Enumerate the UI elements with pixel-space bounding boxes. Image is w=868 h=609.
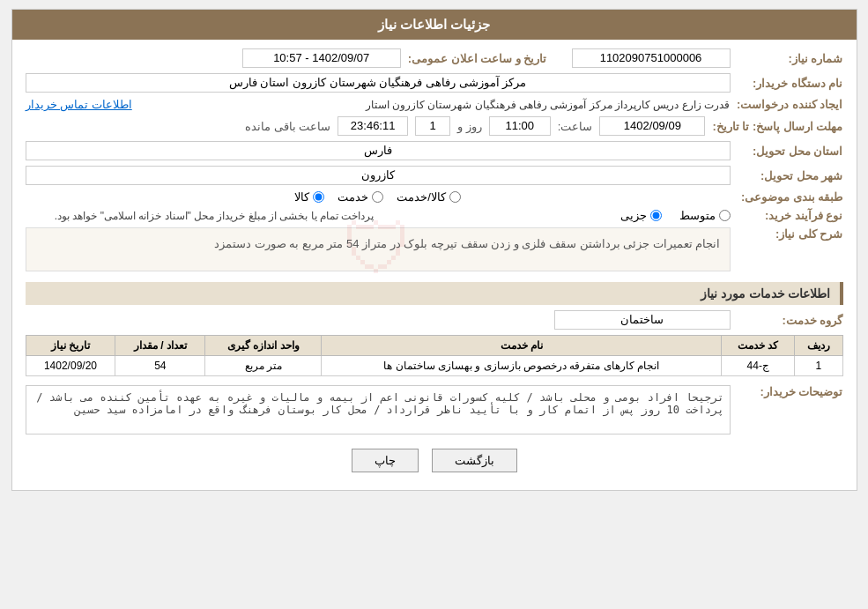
purchase-type-radio-motawaset[interactable] — [719, 210, 731, 221]
services-section-title: اطلاعات خدمات مورد نیاز — [26, 282, 843, 305]
requester-label: ایجاد کننده درخواست: — [737, 98, 843, 111]
category-label: طبقه بندی موضوعی: — [738, 190, 843, 204]
response-time: 11:00 — [489, 116, 551, 136]
cell-row: 1 — [795, 356, 842, 376]
cell-unit: متر مربع — [205, 356, 322, 376]
col-name: نام خدمت — [322, 336, 722, 356]
countdown-value: 23:46:11 — [338, 116, 408, 136]
purchase-type-row: نوع فرآیند خرید: متوسط جزیی پرداخت تمام … — [26, 209, 843, 222]
category-label-khadamat: خدمت — [338, 190, 368, 204]
cell-date: 1402/09/20 — [26, 356, 115, 376]
category-option-kala-khadamat[interactable]: کالا/خدمت — [397, 190, 461, 204]
announce-date-label: تاریخ و ساعت اعلان عمومی: — [408, 52, 547, 65]
purchase-type-jozii[interactable]: جزیی — [620, 209, 662, 222]
need-number-row: شماره نیاز: 1102090751000006 تاریخ و ساع… — [26, 48, 843, 68]
response-time-label: ساعت: — [558, 120, 593, 133]
category-option-kala[interactable]: کالا — [294, 190, 324, 204]
requester-row: ایجاد کننده درخواست: قدرت زارع دریس کارپ… — [26, 98, 843, 111]
contact-link[interactable]: اطلاعات تماس خریدار — [26, 98, 132, 111]
service-group-value: ساختمان — [554, 310, 731, 330]
content-area: شماره نیاز: 1102090751000006 تاریخ و ساع… — [12, 40, 857, 490]
requester-name: قدرت زارع دریس کارپرداز مرکز آموزشی رفاه… — [139, 99, 730, 111]
category-option-khadamat[interactable]: خدمت — [338, 190, 383, 204]
category-label-kala: کالا — [294, 190, 309, 204]
purchase-type-note: پرداخت تمام یا بخشی از مبلغ خریداز محل "… — [26, 210, 375, 222]
table-row: 1 ج-44 انجام کارهای متفرقه درخصوص بازساز… — [26, 356, 842, 376]
buttons-row: بازگشت چاپ — [26, 449, 843, 481]
category-radio-group: کالا/خدمت خدمت کالا — [26, 190, 731, 204]
category-label-kala-khadamat: کالا/خدمت — [397, 190, 446, 204]
col-date: تاریخ نیاز — [26, 336, 115, 356]
need-description-label: شرح کلی نیاز: — [738, 227, 843, 241]
org-name-row: نام دستگاه خریدار: مرکز آموزشی رفاهی فره… — [26, 73, 843, 93]
page-header: جزئیات اطلاعات نیاز — [12, 10, 857, 40]
need-number-label: شماره نیاز: — [738, 52, 843, 65]
response-days-label: روز و — [457, 120, 482, 133]
need-description-value: انجام تعمیرات جزئی برداشتن سقف فلزی و زد… — [214, 237, 721, 250]
print-button[interactable]: چاپ — [352, 449, 419, 472]
org-name-value: مرکز آموزشی رفاهی فرهنگیان شهرستان کازرو… — [26, 73, 731, 93]
city-value: کازرون — [26, 166, 731, 185]
cell-name: انجام کارهای متفرقه درخصوص بازسازی و بهس… — [322, 356, 722, 376]
category-radio-kala-khadamat[interactable] — [449, 191, 461, 203]
response-days: 1 — [415, 116, 450, 136]
purchase-type-motawaset[interactable]: متوسط — [679, 209, 731, 222]
need-description-row: شرح کلی نیاز: 🛡 انجام تعمیرات جزئی برداش… — [26, 227, 843, 277]
category-radio-khadamat[interactable] — [372, 191, 383, 203]
buyer-notes-row: توضیحات خریدار: — [26, 385, 843, 440]
page-title: جزئیات اطلاعات نیاز — [378, 17, 490, 32]
need-number-value: 1102090751000006 — [572, 48, 731, 68]
col-code: کد خدمت — [722, 336, 795, 356]
province-value: فارس — [26, 141, 731, 160]
org-name-label: نام دستگاه خریدار: — [738, 77, 843, 90]
countdown-label: ساعت باقی مانده — [245, 120, 330, 133]
cell-quantity: 54 — [115, 356, 205, 376]
service-group-label: گروه خدمت: — [738, 314, 843, 327]
col-unit: واحد اندازه گیری — [205, 336, 322, 356]
purchase-type-label: نوع فرآیند خرید: — [738, 209, 843, 222]
col-quantity: تعداد / مقدار — [115, 336, 205, 356]
need-description-box: 🛡 انجام تعمیرات جزئی برداشتن سقف فلزی و … — [26, 227, 731, 271]
main-container: جزئیات اطلاعات نیاز شماره نیاز: 11020907… — [11, 9, 857, 491]
response-date: 1402/09/09 — [599, 116, 705, 136]
category-row: طبقه بندی موضوعی: کالا/خدمت خدمت کالا — [26, 190, 843, 204]
cell-code: ج-44 — [722, 356, 795, 376]
province-row: استان محل تحویل: فارس — [26, 141, 843, 160]
response-deadline-label: مهلت ارسال پاسخ: تا تاریخ: — [712, 120, 842, 133]
col-row: ردیف — [795, 336, 842, 356]
city-label: شهر محل تحویل: — [738, 169, 843, 182]
purchase-type-label-jozii: جزیی — [620, 209, 647, 222]
back-button[interactable]: بازگشت — [432, 449, 517, 472]
response-deadline-row: مهلت ارسال پاسخ: تا تاریخ: 1402/09/09 سا… — [26, 116, 843, 136]
services-table: ردیف کد خدمت نام خدمت واحد اندازه گیری ت… — [26, 335, 843, 376]
announce-date-value: 1402/09/07 - 10:57 — [242, 48, 401, 68]
purchase-type-label-motawaset: متوسط — [679, 209, 716, 222]
purchase-type-radio-group: متوسط جزیی — [382, 209, 731, 222]
buyer-notes-label: توضیحات خریدار: — [738, 385, 843, 398]
category-radio-kala[interactable] — [313, 191, 324, 203]
purchase-type-radio-jozii[interactable] — [650, 210, 662, 221]
city-row: شهر محل تحویل: کازرون — [26, 166, 843, 185]
services-table-section: ردیف کد خدمت نام خدمت واحد اندازه گیری ت… — [26, 335, 843, 376]
buyer-notes-textarea[interactable] — [26, 385, 731, 434]
service-group-row: گروه خدمت: ساختمان — [26, 310, 843, 330]
province-label: استان محل تحویل: — [738, 145, 843, 158]
